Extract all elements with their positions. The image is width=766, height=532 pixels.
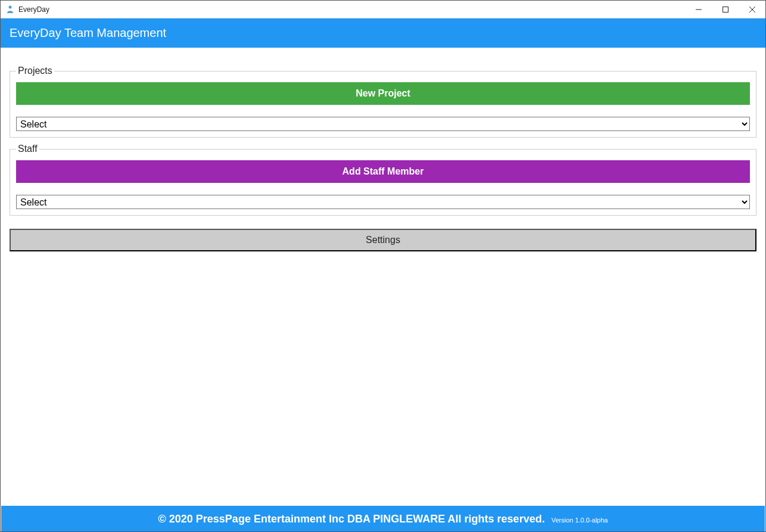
page-title-bar: EveryDay Team Management	[1, 18, 765, 48]
close-button[interactable]	[739, 1, 765, 18]
projects-select[interactable]: Select	[16, 117, 750, 131]
staff-select[interactable]: Select	[16, 195, 750, 209]
svg-rect-2	[723, 7, 728, 12]
staff-legend: Staff	[16, 144, 39, 154]
page-title: EveryDay Team Management	[10, 26, 166, 39]
main-content: Projects New Project Select Staff Add St…	[1, 48, 765, 251]
titlebar: EveryDay	[1, 1, 765, 18]
staff-fieldset: Staff Add Staff Member Select	[10, 144, 756, 216]
window-controls	[685, 1, 765, 18]
settings-row: Settings	[10, 229, 756, 251]
add-staff-button[interactable]: Add Staff Member	[16, 160, 750, 183]
close-icon	[749, 7, 755, 13]
maximize-icon	[723, 7, 728, 13]
footer-copyright: © 2020 PressPage Entertainment Inc DBA P…	[158, 513, 545, 525]
window-title: EveryDay	[18, 5, 685, 14]
svg-point-0	[9, 5, 12, 8]
minimize-icon	[696, 7, 702, 13]
footer-version: Version 1.0.0-alpha	[552, 517, 608, 524]
projects-fieldset: Projects New Project Select	[10, 66, 756, 138]
maximize-button[interactable]	[712, 1, 739, 18]
footer-bar: © 2020 PressPage Entertainment Inc DBA P…	[1, 506, 765, 531]
minimize-button[interactable]	[685, 1, 712, 18]
settings-button[interactable]: Settings	[10, 229, 756, 251]
new-project-button[interactable]: New Project	[16, 82, 750, 105]
app-icon	[5, 5, 15, 14]
projects-legend: Projects	[16, 66, 54, 76]
